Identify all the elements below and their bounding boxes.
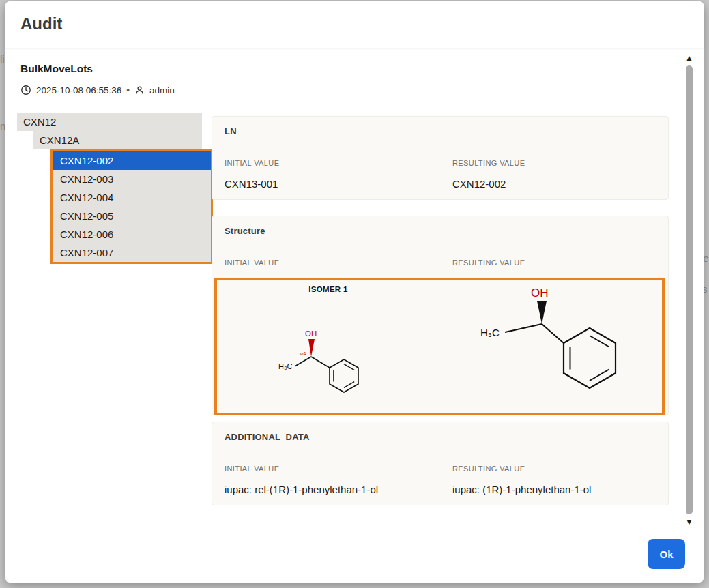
card-ln: LN INITIAL VALUE RESULTING VALUE CXN13-0… [212,116,669,200]
meta-separator: • [126,85,130,95]
benzene-ring [564,328,616,388]
card-ln-title: LN [225,126,237,136]
initial-value-label: INITIAL VALUE [225,259,279,267]
audit-meta-row: 2025-10-08 06:55:36 • admin [20,85,175,95]
dialog-header: Audit [5,1,704,48]
audit-dialog: Audit BulkMoveLots 2025-10-08 06:55:36 •… [5,1,704,583]
hydroxyl-label: OH [531,286,549,299]
lot-item[interactable]: CXN12-003 [53,170,211,188]
tree-item-root[interactable]: CXN12 [17,113,202,131]
additional-data-initial-value: iupac: rel-(1R)-1-phenylethan-1-ol [225,484,378,495]
wedge-bond [308,339,315,357]
lot-item-selected[interactable]: CXN12-002 [53,151,211,170]
isomer-label: ISOMER 1 [217,285,439,293]
lot-item[interactable]: CXN12-004 [53,188,211,207]
initial-value-label: INITIAL VALUE [225,159,279,167]
scroll-up-icon[interactable]: ▲ [684,53,695,63]
single-bond [542,324,564,343]
audit-action-name: BulkMoveLots [20,63,93,75]
structure-highlight-box: ISOMER 1 H₃C OH or1 OH [214,278,665,415]
lot-item[interactable]: CXN12-006 [53,225,211,244]
backdrop: li ne le s Audit BulkMoveLots 2025-10-08… [0,0,709,588]
stereo-flag-label: or1 [300,351,306,355]
single-bond [311,357,330,368]
hydroxyl-label: OH [305,329,317,338]
audit-timestamp: 2025-10-08 06:55:36 [36,85,121,95]
single-bond [295,357,311,366]
resulting-value-label: RESULTING VALUE [452,259,525,267]
dialog-title: Audit [20,14,62,33]
resulting-value-label: RESULTING VALUE [452,465,525,473]
wedge-bond [537,301,547,324]
initial-structure-drawing: H₃C OH or1 [276,316,378,394]
additional-data-resulting-value: iupac: (1R)-1-phenylethan-1-ol [452,484,591,495]
lots-highlight-box: CXN12-002 CXN12-003 CXN12-004 CXN12-005 … [50,149,213,264]
resulting-value-label: RESULTING VALUE [452,159,525,167]
lot-item[interactable]: CXN12-007 [53,244,211,262]
methyl-label: H₃C [480,327,500,338]
initial-value-label: INITIAL VALUE [225,465,279,473]
tree-item-group[interactable]: CXN12A [33,131,202,149]
card-structure: Structure INITIAL VALUE RESULTING VALUE … [212,216,669,415]
card-additional-data: ADDITIONAL_DATA INITIAL VALUE RESULTING … [212,422,669,505]
ln-resulting-value: CXN12-002 [452,178,506,190]
resulting-structure-drawing: OH H₃C [476,282,633,411]
user-icon [134,85,145,95]
ok-button[interactable]: Ok [648,539,685,569]
single-bond [505,324,542,332]
vertical-scrollbar[interactable]: ▲ ▼ [684,53,695,527]
lot-item[interactable]: CXN12-005 [53,207,211,225]
methyl-label: H₃C [278,362,292,370]
ln-initial-value: CXN13-001 [225,178,278,190]
audit-username: admin [149,85,175,95]
backdrop-text-fragment: li [0,53,5,65]
scroll-down-icon[interactable]: ▼ [684,517,695,527]
scrollbar-thumb[interactable] [686,65,693,514]
clock-icon [20,85,31,95]
card-structure-title: Structure [225,226,265,236]
card-additional-data-title: ADDITIONAL_DATA [225,432,310,442]
